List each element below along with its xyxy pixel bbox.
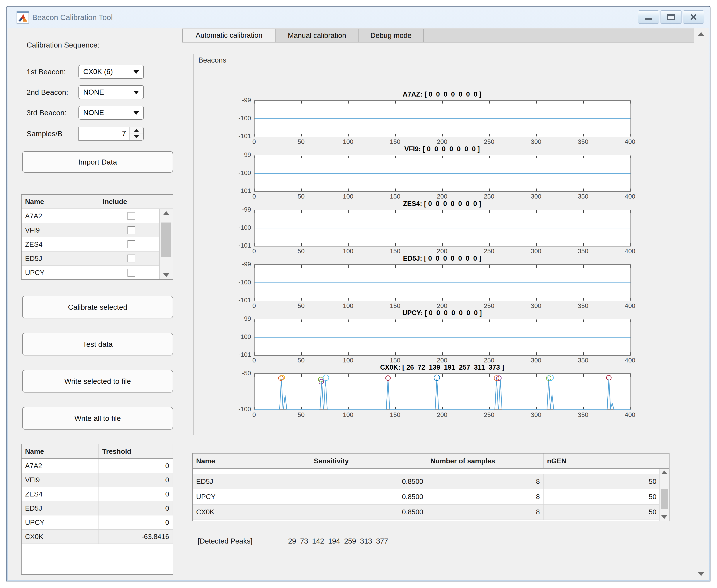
scrollbar-thumb[interactable] [661, 489, 668, 509]
desktop: Beacon Calibration Tool Calibration Sequ… [0, 0, 717, 588]
y-tick-label: -100 [228, 333, 251, 340]
table-row[interactable]: UPCY0 [22, 516, 173, 530]
tab-manual-calibration[interactable]: Manual calibration [276, 29, 358, 42]
table-row[interactable]: UPCY [22, 266, 173, 280]
plot-area-ED5J [254, 264, 631, 301]
write-all-button[interactable]: Write all to file [22, 407, 173, 429]
row-name-cell[interactable]: VFI9 [22, 223, 99, 237]
close-button[interactable] [683, 10, 704, 23]
window-titlebar[interactable]: Beacon Calibration Tool [6, 6, 710, 28]
row-value-cell[interactable]: 50 [544, 474, 660, 489]
table-row[interactable]: ED5J0.8500850 [193, 474, 669, 489]
row-value-cell[interactable]: 8 [427, 489, 544, 504]
x-tick-label: 150 [384, 411, 406, 418]
row-value-cell[interactable]: 50 [544, 505, 660, 520]
include-checkbox[interactable] [127, 269, 135, 277]
scrollbar-down-button[interactable] [694, 572, 708, 576]
row-name-cell[interactable]: ZES4 [22, 487, 99, 501]
row-value-cell[interactable]: 50 [544, 489, 660, 504]
main-scrollbar[interactable] [694, 28, 708, 580]
row-treshold-cell[interactable]: 0 [99, 487, 173, 501]
first-beacon-dropdown[interactable]: CX0K (6) [79, 65, 144, 79]
row-treshold-cell[interactable]: 0 [99, 516, 173, 529]
scrollbar-thumb[interactable] [161, 223, 171, 257]
chevron-down-icon [133, 111, 139, 115]
x-tick-label: 50 [290, 302, 312, 310]
y-tick-label: -99 [228, 261, 251, 268]
table-row[interactable]: ED5J [22, 252, 173, 266]
maximize-button[interactable] [660, 10, 681, 23]
second-beacon-dropdown[interactable]: NONE [79, 85, 144, 99]
scrollbar-up-button[interactable] [160, 211, 173, 215]
chevron-down-icon [133, 91, 139, 94]
tab-automatic-calibration[interactable]: Automatic calibration [183, 29, 276, 42]
chart-title-CX0K: CX0K: [ 26 72 139 191 257 311 373 ] [254, 363, 630, 371]
include-checkbox[interactable] [127, 255, 135, 262]
row-name-cell[interactable]: ED5J [193, 474, 310, 489]
row-name-cell[interactable]: ZES4 [22, 237, 99, 251]
tab-debug-mode[interactable]: Debug mode [358, 29, 424, 42]
row-treshold-cell[interactable]: 0 [99, 501, 173, 515]
x-tick-label: 350 [572, 193, 594, 200]
row-name-cell[interactable]: UPCY [193, 489, 310, 504]
y-tick-label: -50 [228, 370, 251, 377]
row-name-cell[interactable]: ED5J [22, 501, 99, 515]
x-tick-label: 250 [478, 138, 500, 145]
calibrate-selected-button[interactable]: Calibrate selected [22, 296, 173, 318]
include-checkbox[interactable] [127, 226, 135, 234]
third-beacon-dropdown[interactable]: NONE [79, 106, 144, 120]
test-data-button[interactable]: Test data [22, 333, 173, 355]
x-tick-label: 0 [243, 357, 265, 364]
y-tick-label: -99 [228, 97, 251, 104]
row-name-cell[interactable]: ED5J [22, 252, 99, 266]
row-name-cell[interactable]: CX0K [22, 530, 99, 544]
row-name-cell[interactable]: A7A2 [22, 459, 99, 473]
row-name-cell[interactable]: A7A2 [22, 209, 99, 223]
write-selected-button[interactable]: Write selected to file [22, 370, 173, 393]
minimize-button[interactable] [638, 10, 659, 23]
include-table-scrollbar[interactable] [159, 209, 173, 279]
y-tick-label: -99 [228, 206, 251, 213]
stepper-down-button[interactable] [129, 133, 143, 140]
table-row[interactable]: A7A2 [22, 209, 173, 223]
row-treshold-cell[interactable]: 0 [99, 473, 173, 487]
import-data-button[interactable]: Import Data [22, 151, 173, 173]
row-name-cell[interactable]: UPCY [22, 516, 99, 529]
samples-input[interactable]: 7 [79, 127, 129, 141]
table-row[interactable]: VFI9 [22, 223, 173, 237]
include-checkbox[interactable] [127, 240, 135, 248]
x-tick-label: 250 [478, 248, 500, 255]
scrollbar-down-button[interactable] [659, 515, 669, 519]
scrollbar-down-button[interactable] [160, 273, 173, 277]
row-treshold-cell[interactable]: 0 [99, 459, 173, 473]
row-value-cell[interactable]: 8 [427, 505, 544, 520]
row-treshold-cell[interactable]: -63.8416 [99, 530, 173, 544]
results-table-scrollbar[interactable] [659, 469, 669, 521]
include-checkbox[interactable] [127, 212, 135, 220]
table-row[interactable]: UPCY0.8500850 [193, 489, 669, 505]
scrollbar-up-button[interactable] [694, 32, 708, 36]
table-row[interactable]: VFI90 [22, 473, 173, 487]
row-value-cell[interactable]: 0.8500 [310, 474, 427, 489]
table-row[interactable]: CX0K0.8500850 [193, 505, 669, 520]
row-value-cell[interactable]: 8 [427, 474, 544, 489]
row-name-cell[interactable]: CX0K [193, 505, 310, 520]
column-header-treshold: Treshold [99, 444, 173, 458]
scrollbar-up-button[interactable] [659, 470, 669, 474]
arrow-down-icon [661, 515, 667, 519]
row-name-cell[interactable]: UPCY [22, 266, 99, 280]
table-row[interactable]: A7A20 [22, 459, 173, 473]
table-row[interactable]: ED5J0 [22, 501, 173, 516]
maximize-icon [667, 14, 675, 20]
x-tick-label: 50 [290, 248, 312, 255]
table-row[interactable]: ZES4 [22, 237, 173, 252]
row-value-cell[interactable]: 0.8500 [310, 505, 427, 520]
stepper-up-button[interactable] [129, 127, 143, 134]
table-row[interactable]: ZES40 [22, 487, 173, 501]
row-name-cell[interactable]: VFI9 [22, 473, 99, 487]
row-value-cell[interactable]: 0.8500 [310, 489, 427, 504]
column-header-name: Name [22, 195, 99, 209]
column-header-sensitivity: Sensitivity [310, 454, 427, 468]
table-row[interactable]: CX0K-63.8416 [22, 530, 173, 544]
column-header-ngen: nGEN [544, 454, 660, 468]
